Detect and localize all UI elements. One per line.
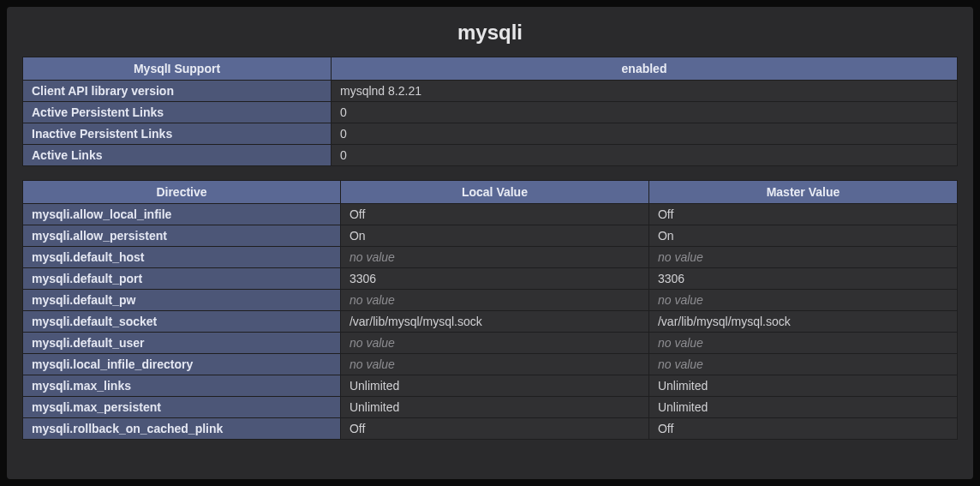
directive-name: mysqli.local_infile_directory (23, 354, 341, 375)
no-value-text: no value (658, 293, 703, 307)
directive-local-value: no value (340, 354, 648, 375)
directive-local-value: no value (340, 290, 648, 311)
support-header-row: MysqlI Support enabled (23, 57, 958, 81)
support-row-value: mysqlnd 8.2.21 (332, 81, 958, 102)
directives-header-row: Directive Local Value Master Value (23, 181, 958, 204)
support-row-value: 0 (332, 145, 958, 166)
table-row: Client API library versionmysqlnd 8.2.21 (23, 81, 958, 102)
directive-master-value: Off (648, 418, 957, 440)
directive-name: mysqli.allow_persistent (23, 225, 341, 247)
directive-local-value: Off (340, 204, 648, 225)
support-table: MysqlI Support enabled Client API librar… (22, 57, 958, 166)
table-row: mysqli.default_pwno valueno value (23, 290, 958, 311)
directive-master-value: /var/lib/mysql/mysql.sock (648, 311, 957, 333)
table-row: Active Persistent Links0 (23, 102, 958, 123)
directive-local-value: no value (340, 333, 648, 354)
table-row: mysqli.local_infile_directoryno valueno … (23, 354, 958, 375)
directive-name: mysqli.allow_local_infile (23, 204, 341, 225)
directive-master-value: Off (648, 204, 957, 225)
no-value-text: no value (350, 357, 395, 371)
table-row: mysqli.max_persistentUnlimitedUnlimited (23, 397, 958, 418)
directive-master-value: Unlimited (648, 375, 957, 397)
support-row-name: Active Links (23, 145, 332, 166)
directive-master-value: no value (648, 290, 957, 311)
table-row: mysqli.allow_persistentOnOn (23, 225, 958, 247)
directive-name: mysqli.default_user (23, 333, 341, 354)
no-value-text: no value (350, 250, 395, 264)
table-row: mysqli.default_userno valueno value (23, 333, 958, 354)
directive-master-value: no value (648, 247, 957, 268)
directive-name: mysqli.max_persistent (23, 397, 341, 418)
directives-header-master: Master Value (648, 181, 957, 204)
directive-local-value: Unlimited (340, 375, 648, 397)
table-row: mysqli.default_socket/var/lib/mysql/mysq… (23, 311, 958, 333)
no-value-text: no value (658, 250, 703, 264)
directive-local-value: no value (340, 247, 648, 268)
directive-name: mysqli.rollback_on_cached_plink (23, 418, 341, 440)
support-header-left: MysqlI Support (23, 57, 332, 81)
directive-name: mysqli.default_pw (23, 290, 341, 311)
no-value-text: no value (658, 357, 703, 371)
table-row: Inactive Persistent Links0 (23, 123, 958, 145)
directive-master-value: 3306 (648, 268, 957, 290)
support-row-name: Client API library version (23, 81, 332, 102)
support-row-name: Active Persistent Links (23, 102, 332, 123)
no-value-text: no value (350, 293, 395, 307)
directive-local-value: On (340, 225, 648, 247)
table-row: mysqli.default_hostno valueno value (23, 247, 958, 268)
directive-local-value: /var/lib/mysql/mysql.sock (340, 311, 648, 333)
directive-master-value: no value (648, 333, 957, 354)
table-row: mysqli.max_linksUnlimitedUnlimited (23, 375, 958, 397)
directive-name: mysqli.max_links (23, 375, 341, 397)
table-row: Active Links0 (23, 145, 958, 166)
directives-header-directive: Directive (23, 181, 341, 204)
table-row: mysqli.rollback_on_cached_plinkOffOff (23, 418, 958, 440)
directive-local-value: 3306 (340, 268, 648, 290)
table-row: mysqli.allow_local_infileOffOff (23, 204, 958, 225)
section-title: mysqli (22, 21, 958, 45)
support-row-value: 0 (332, 102, 958, 123)
directive-master-value: On (648, 225, 957, 247)
directive-name: mysqli.default_socket (23, 311, 341, 333)
table-row: mysqli.default_port33063306 (23, 268, 958, 290)
directive-name: mysqli.default_host (23, 247, 341, 268)
support-row-value: 0 (332, 123, 958, 145)
no-value-text: no value (658, 336, 703, 350)
phpinfo-section-panel: mysqli MysqlI Support enabled Client API… (7, 7, 973, 479)
directive-master-value: Unlimited (648, 397, 957, 418)
no-value-text: no value (350, 336, 395, 350)
directives-table: Directive Local Value Master Value mysql… (22, 180, 958, 440)
directive-local-value: Unlimited (340, 397, 648, 418)
directive-master-value: no value (648, 354, 957, 375)
directives-header-local: Local Value (340, 181, 648, 204)
support-row-name: Inactive Persistent Links (23, 123, 332, 145)
support-header-right: enabled (332, 57, 958, 81)
directive-local-value: Off (340, 418, 648, 440)
directive-name: mysqli.default_port (23, 268, 341, 290)
